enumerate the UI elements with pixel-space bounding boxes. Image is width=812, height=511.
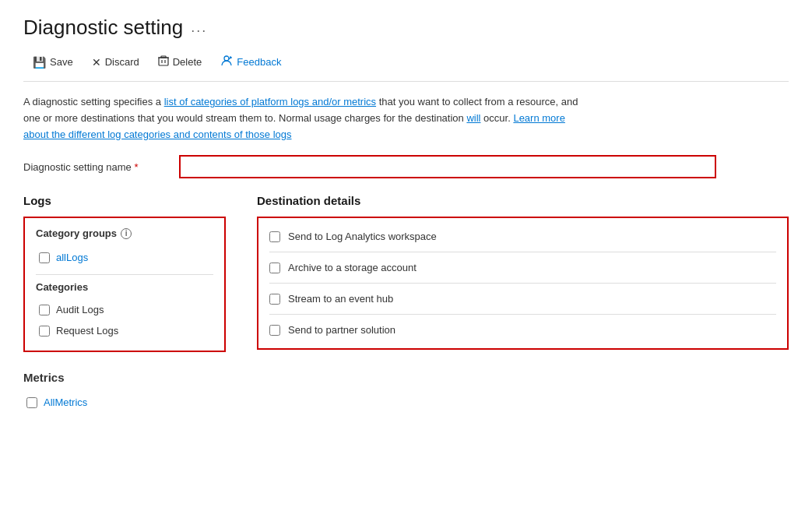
logs-divider <box>36 274 213 275</box>
setting-name-label: Diagnostic setting name * <box>23 161 179 173</box>
metrics-section: Metrics AllMetrics <box>23 371 226 413</box>
delete-icon <box>158 55 169 69</box>
list-link[interactable]: list of categories of platform logs and/… <box>164 96 376 107</box>
setting-name-input[interactable] <box>179 155 716 178</box>
info-icon[interactable]: i <box>121 228 132 239</box>
audit-logs-item: Audit Logs <box>39 299 213 320</box>
category-groups-label: Category groups i <box>36 227 213 239</box>
logs-bordered-box: Category groups i allLogs Categories Aud… <box>23 217 226 352</box>
dest-eventhub-checkbox[interactable] <box>269 294 280 305</box>
dest-analytics-label[interactable]: Send to Log Analytics workspace <box>288 231 437 242</box>
main-content: Logs Category groups i allLogs Categorie… <box>23 194 789 413</box>
all-logs-checkbox[interactable] <box>39 252 50 263</box>
dest-storage-checkbox[interactable] <box>269 263 280 273</box>
categories-label: Categories <box>36 281 213 293</box>
metrics-title: Metrics <box>23 371 226 384</box>
dest-analytics-checkbox[interactable] <box>269 231 280 242</box>
description: A diagnostic setting specifies a list of… <box>23 94 584 143</box>
will-link[interactable]: will <box>466 112 480 124</box>
dest-partner-item: Send to partner solution <box>258 315 787 345</box>
logs-title: Logs <box>23 194 226 207</box>
dest-storage-item: Archive to a storage account <box>258 252 787 283</box>
destination-title: Destination details <box>257 194 789 207</box>
setting-name-row: Diagnostic setting name * <box>23 155 789 178</box>
save-button[interactable]: 💾 Save <box>23 51 83 73</box>
logs-section: Logs Category groups i allLogs Categorie… <box>23 194 226 413</box>
audit-logs-label[interactable]: Audit Logs <box>56 304 104 315</box>
all-logs-item: allLogs <box>39 247 213 268</box>
save-icon: 💾 <box>33 56 46 69</box>
toolbar: 💾 Save ✕ Discard Delete Feedback <box>23 51 789 82</box>
all-metrics-label[interactable]: AllMetrics <box>44 396 87 408</box>
dest-eventhub-label[interactable]: Stream to an event hub <box>288 293 393 305</box>
all-logs-label[interactable]: allLogs <box>56 252 88 263</box>
request-logs-label[interactable]: Request Logs <box>56 325 118 337</box>
request-logs-item: Request Logs <box>39 320 213 341</box>
page-title: Diagnostic setting ... <box>23 16 789 40</box>
svg-rect-0 <box>159 58 168 65</box>
all-metrics-item: AllMetrics <box>26 392 226 413</box>
dest-partner-checkbox[interactable] <box>269 325 280 336</box>
required-marker: * <box>134 161 138 173</box>
destination-bordered-box: Send to Log Analytics workspace Archive … <box>257 217 789 350</box>
feedback-icon <box>220 55 233 69</box>
ellipsis: ... <box>191 19 207 36</box>
feedback-button[interactable]: Feedback <box>211 51 290 73</box>
svg-rect-4 <box>161 56 166 58</box>
dest-analytics-item: Send to Log Analytics workspace <box>258 221 787 252</box>
all-metrics-checkbox[interactable] <box>26 397 37 408</box>
dest-storage-label[interactable]: Archive to a storage account <box>288 262 417 273</box>
request-logs-checkbox[interactable] <box>39 326 50 337</box>
svg-point-5 <box>224 56 229 61</box>
dest-partner-label[interactable]: Send to partner solution <box>288 324 395 336</box>
discard-icon: ✕ <box>92 56 101 69</box>
audit-logs-checkbox[interactable] <box>39 305 50 315</box>
dest-eventhub-item: Stream to an event hub <box>258 284 787 314</box>
delete-button[interactable]: Delete <box>149 51 212 73</box>
destination-section: Destination details Send to Log Analytic… <box>257 194 789 413</box>
discard-button[interactable]: ✕ Discard <box>83 51 149 73</box>
